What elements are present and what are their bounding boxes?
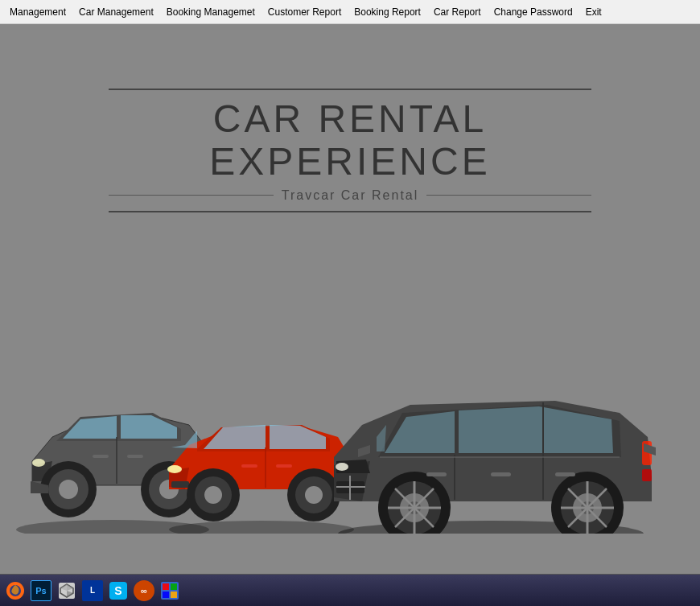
svg-rect-9: [93, 455, 109, 458]
cars-illustration: [0, 276, 700, 534]
taskbar-skype[interactable]: S: [106, 579, 130, 603]
taskbar: Ps L S ∞: [0, 574, 700, 606]
menu-item-car-management[interactable]: Car Management: [72, 3, 160, 21]
taskbar-firefox[interactable]: [3, 579, 27, 603]
svg-point-4: [59, 480, 78, 499]
menu-bar: Management Car Management Booking Manage…: [0, 0, 700, 24]
svg-point-25: [336, 463, 348, 471]
taskbar-photoshop[interactable]: Ps: [29, 579, 53, 603]
svg-rect-66: [163, 592, 169, 598]
svg-rect-67: [171, 592, 177, 598]
menu-item-management[interactable]: Management: [3, 3, 72, 21]
ps-icon: Ps: [31, 580, 51, 601]
svg-rect-65: [171, 583, 177, 590]
menu-item-exit[interactable]: Exit: [579, 3, 608, 21]
svg-point-16: [204, 486, 222, 504]
subtitle: Travcar Car Rental: [282, 188, 419, 203]
svg-point-11: [169, 521, 354, 534]
menu-item-car-report[interactable]: Car Report: [427, 3, 488, 21]
svg-rect-13: [171, 481, 189, 488]
svg-point-19: [305, 486, 323, 504]
menu-item-booking-management[interactable]: Booking Managemet: [160, 3, 261, 21]
svg-rect-10: [127, 455, 143, 458]
taskbar-orange-app[interactable]: ∞: [132, 579, 156, 603]
main-title: CAR RENTAL EXPERIENCE: [109, 98, 591, 183]
taskbar-3d[interactable]: [55, 579, 79, 603]
menu-item-booking-report[interactable]: Booking Report: [348, 3, 427, 21]
svg-rect-64: [163, 583, 169, 590]
svg-point-12: [167, 465, 182, 473]
svg-rect-52: [642, 469, 652, 481]
title-line-bottom: [109, 211, 591, 212]
svg-point-1: [32, 459, 45, 467]
title-section: CAR RENTAL EXPERIENCE Travcar Car Rental: [109, 89, 591, 212]
svg-text:S: S: [114, 584, 121, 597]
svg-rect-22: [276, 464, 292, 468]
subtitle-line: Travcar Car Rental: [109, 188, 591, 203]
main-content: CAR RENTAL EXPERIENCE Travcar Car Rental: [0, 24, 700, 574]
svg-rect-49: [491, 472, 511, 476]
taskbar-grid-app[interactable]: [158, 579, 182, 603]
taskbar-blue-app[interactable]: L: [80, 579, 105, 603]
cars-container: [0, 276, 700, 534]
svg-rect-50: [555, 472, 575, 476]
title-line-top: [109, 89, 591, 90]
svg-rect-21: [241, 464, 257, 468]
blue-app-icon: L: [82, 580, 103, 601]
orange-app-icon: ∞: [134, 580, 154, 601]
menu-item-change-password[interactable]: Change Password: [488, 3, 579, 21]
menu-item-customer-report[interactable]: Customer Report: [261, 3, 348, 21]
svg-rect-48: [426, 472, 447, 476]
